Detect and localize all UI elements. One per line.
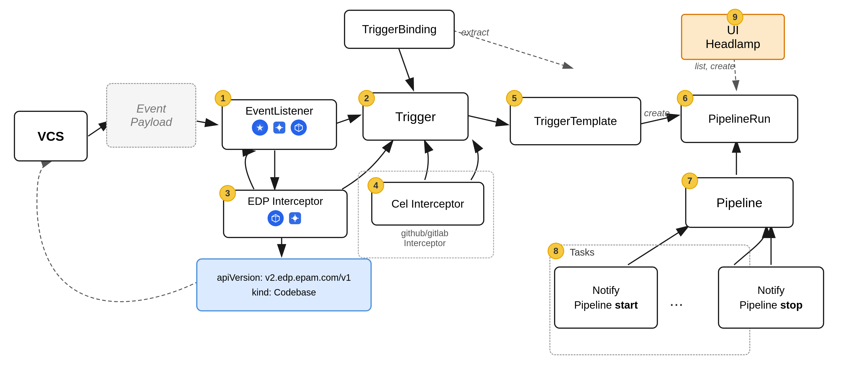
vcs-node: VCS (14, 111, 88, 161)
svg-line-7 (467, 115, 507, 125)
network-icon-edp (287, 210, 303, 226)
notify-start-node: NotifyPipeline start (554, 266, 658, 329)
svg-point-28 (293, 216, 297, 220)
create-label: create (644, 108, 670, 118)
pipeline-label: Pipeline (716, 195, 762, 210)
k8s-icon-1 (252, 120, 268, 136)
vcs-label: VCS (37, 129, 64, 144)
pipeline-run-node: PipelineRun (681, 95, 798, 143)
network-icon-1 (271, 120, 287, 136)
trigger-template-node: TriggerTemplate (510, 97, 641, 145)
badge-4: 4 (368, 177, 384, 194)
event-payload-label: EventPayload (130, 102, 172, 129)
trigger-template-label: TriggerTemplate (534, 115, 617, 128)
badge-9: 9 (727, 9, 743, 25)
ellipsis: ... (670, 291, 683, 309)
trigger-binding-node: TriggerBinding (344, 10, 455, 49)
event-payload-node: EventPayload (106, 83, 196, 148)
codebase-box-node: apiVersion: v2.edp.epam.com/v1kind: Code… (196, 258, 372, 312)
badge-5: 5 (506, 90, 523, 106)
ui-headlamp-label: UIHeadlamp (706, 23, 760, 51)
notify-start-label: NotifyPipeline start (574, 283, 638, 313)
tasks-label: Tasks (570, 247, 594, 258)
cube-icon-edp (268, 210, 284, 226)
diagram-container: VCS EventPayload 1 EventListener (0, 0, 868, 391)
notify-stop-node: NotifyPipeline stop (718, 266, 824, 329)
badge-1: 1 (215, 90, 231, 106)
trigger-label: Trigger (395, 109, 436, 124)
badge-7: 7 (681, 172, 698, 189)
event-listener-label: EventListener (245, 104, 313, 117)
svg-line-6 (399, 49, 413, 90)
trigger-binding-label: TriggerBinding (362, 23, 437, 36)
badge-3: 3 (219, 185, 236, 202)
codebase-box-label: apiVersion: v2.edp.epam.com/v1kind: Code… (217, 270, 351, 300)
github-gitlab-label: github/gitlabInterceptor (374, 228, 475, 248)
notify-stop-label: NotifyPipeline stop (739, 283, 803, 313)
cube-icon-1 (291, 120, 307, 136)
svg-point-18 (277, 126, 281, 129)
badge-6: 6 (677, 90, 693, 106)
edp-interceptor-node: EDP Interceptor (223, 190, 348, 238)
event-listener-node: EventListener (222, 99, 337, 150)
extract-label: extract (461, 27, 489, 38)
svg-line-4 (197, 121, 217, 125)
badge-8: 8 (548, 243, 564, 259)
edp-interceptor-label: EDP Interceptor (248, 195, 323, 207)
badge-2: 2 (358, 90, 375, 106)
trigger-node: Trigger (363, 92, 469, 141)
pipeline-node: Pipeline (685, 177, 794, 228)
list-create-label: list, create (695, 61, 735, 71)
pipeline-run-label: PipelineRun (708, 112, 771, 126)
